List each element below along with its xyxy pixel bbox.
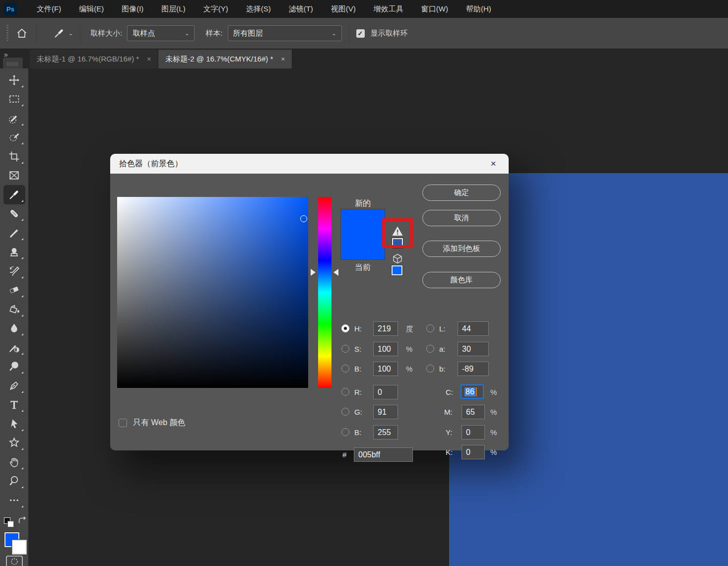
eyedropper-tool[interactable] [3,185,25,204]
gradient-tool[interactable] [3,300,25,319]
g-input[interactable] [373,405,398,419]
menu-item[interactable]: 增效工具 [365,0,412,18]
hex-input[interactable] [354,447,413,462]
crop-tool[interactable] [3,147,25,166]
hue-slider[interactable] [318,197,331,388]
healing-icon [8,207,20,220]
s-input[interactable] [373,342,398,356]
healing-brush-tool[interactable] [3,204,25,224]
pen-tool[interactable] [3,376,25,395]
menu-item[interactable]: 滤镜(T) [280,0,322,18]
background-color-swatch[interactable] [12,540,27,555]
clone-stamp-tool[interactable] [3,243,25,262]
adjustment-brush-tool[interactable] [3,338,25,357]
move-tool[interactable] [3,70,25,90]
close-icon[interactable]: × [281,55,285,63]
quick-mask-button[interactable] [5,555,23,566]
show-sampling-ring-checkbox[interactable]: ✓ [356,29,365,38]
close-icon[interactable]: × [147,55,151,63]
dodge-tool[interactable] [3,357,25,377]
separator [349,23,349,43]
marquee-tool[interactable] [3,90,25,109]
h-input[interactable] [373,321,398,336]
menu-item[interactable]: 窗口(W) [412,0,457,18]
default-colors-button[interactable] [4,517,14,527]
tab-untitled-2[interactable]: 未标题-2 @ 16.7%(CMYK/16#) * × [158,50,292,68]
swap-arrows-icon [17,515,28,526]
sample-layers-dropdown[interactable]: 所有图层 ⌄ [228,25,342,41]
type-tool[interactable] [3,395,25,415]
color-libraries-button[interactable]: 颜色库 [422,272,501,288]
menu-item[interactable]: 视图(V) [322,0,365,18]
pen-icon [8,379,20,392]
tab-untitled-1[interactable]: 未标题-1 @ 16.7%(RGB/16#) * × [30,50,158,68]
tool-preset-picker[interactable]: ⌄ [52,26,73,41]
b-input[interactable] [373,362,398,376]
edit-toolbar-button[interactable] [3,491,25,510]
m-input[interactable] [462,405,485,419]
blur-tool[interactable] [3,319,25,338]
radio-b2[interactable] [426,365,434,373]
menu-item[interactable]: 文字(Y) [195,0,237,18]
menu-item[interactable]: 帮助(H) [457,0,500,18]
shape-icon [8,437,20,449]
type-icon [8,398,20,411]
dialog-titlebar[interactable]: 拾色器（前景色） × [110,154,509,174]
history-brush-tool[interactable] [3,261,25,281]
toolbar-grip[interactable] [3,58,23,68]
c-input[interactable]: 86 [461,384,484,399]
options-bar: ⌄ 取样大小: 取样点 ⌄ 样本: 所有图层 ⌄ ✓ 显示取样环 [0,18,728,49]
current-color-swatch[interactable] [341,235,385,260]
hand-tool[interactable] [3,452,25,472]
r-label: R: [354,388,362,396]
radio-s[interactable] [341,345,349,353]
selbrush-icon [8,112,20,125]
zoom-tool[interactable] [3,472,25,491]
swap-colors-button[interactable] [17,515,28,526]
menu-item[interactable]: 图像(I) [113,0,152,18]
web-safe-cube-button[interactable] [392,253,403,265]
path-selection-tool[interactable] [3,414,25,434]
y-input[interactable] [462,425,485,440]
selection-brush-tool[interactable] [3,109,25,128]
radio-b[interactable] [341,365,349,373]
hue-slider-right-arrow[interactable] [333,269,338,276]
web-safe-color-swatch[interactable] [392,265,402,275]
dialog-close-button[interactable]: × [483,154,504,174]
radio-g[interactable] [341,408,349,416]
radio-l[interactable] [426,324,434,332]
lasso-tool[interactable] [3,128,25,147]
b2-input[interactable] [458,362,489,376]
cancel-button[interactable]: 取消 [422,210,501,226]
radio-r[interactable] [341,388,349,396]
eyedropper-icon [53,27,65,39]
frame-tool[interactable] [3,166,25,186]
k-input[interactable] [462,445,485,459]
radio-b3[interactable] [341,428,349,436]
menu-item[interactable]: 图层(L) [152,0,194,18]
r-input[interactable] [373,385,398,399]
l-input[interactable] [458,321,489,336]
a-input[interactable] [458,342,489,356]
menu-item[interactable]: 文件(F) [28,0,70,18]
eraser-tool[interactable] [3,281,25,300]
home-button[interactable] [14,26,29,41]
web-colors-only-checkbox[interactable] [119,419,127,427]
radio-h[interactable] [341,324,349,332]
saturation-brightness-field[interactable] [117,197,308,388]
add-to-swatches-button[interactable]: 添加到色板 [422,241,501,257]
sample-size-dropdown[interactable]: 取样点 ⌄ [127,25,195,41]
brush-tool[interactable] [3,223,25,243]
radio-a[interactable] [426,345,434,353]
hue-slider-left-arrow[interactable] [311,269,316,276]
separator [36,23,37,43]
lasso-icon [8,131,20,143]
menu-item[interactable]: 选择(S) [237,0,280,18]
shape-tool[interactable] [3,434,25,453]
b3-input[interactable] [373,425,398,440]
web-colors-only-label: 只有 Web 颜色 [133,418,186,428]
menu-item[interactable]: 编辑(E) [70,0,113,18]
color-field-marker[interactable] [300,215,307,222]
ok-button[interactable]: 确定 [422,185,501,201]
y-label: Y: [446,428,452,437]
